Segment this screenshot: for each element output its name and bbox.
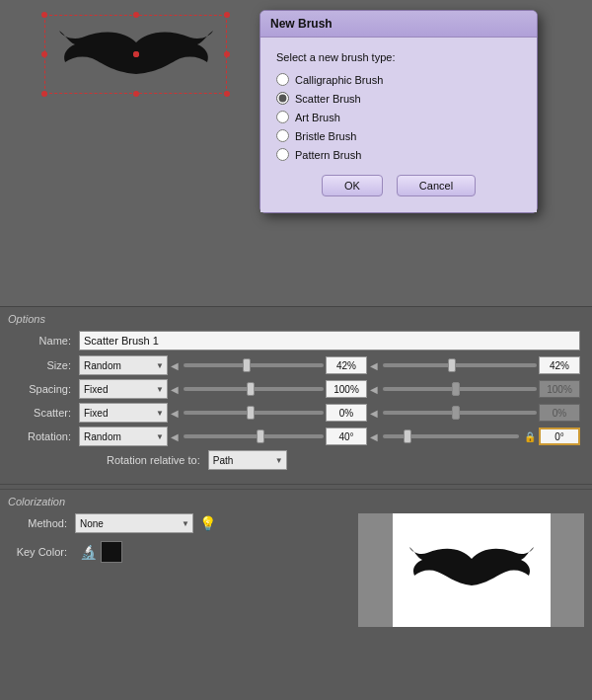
spacing-arrow[interactable]: ◀ xyxy=(168,382,182,396)
radio-pattern-input[interactable] xyxy=(276,148,289,161)
scatter-value1[interactable]: 0% xyxy=(326,404,367,422)
radio-art-input[interactable] xyxy=(276,111,289,123)
handle-bm[interactable] xyxy=(133,91,139,97)
handle-ml[interactable] xyxy=(41,51,47,57)
rotation-slider2: 🔒 0° xyxy=(381,428,580,445)
radio-scatter-label: Scatter Brush xyxy=(295,93,361,105)
radio-bristle-label: Bristle Brush xyxy=(295,130,356,142)
size-slider1: ◀ 42% xyxy=(168,356,367,374)
size-between-arrow[interactable]: ◀ xyxy=(367,358,381,372)
size-track2[interactable] xyxy=(383,363,537,367)
radio-scatter-input[interactable] xyxy=(276,92,289,105)
size-thumb1[interactable] xyxy=(243,358,251,372)
spacing-between-arrow[interactable]: ◀ xyxy=(367,382,381,396)
scatter-arrow[interactable]: ◀ xyxy=(168,406,182,420)
scatter-track1[interactable] xyxy=(184,411,324,415)
scatter-row: Scatter: Fixed ◀ 0% ◀ 0% xyxy=(8,403,584,423)
bat-svg xyxy=(57,23,215,87)
spacing-thumb2 xyxy=(452,382,460,396)
rotation-slider1: ◀ 40° xyxy=(168,428,367,445)
rotation-dropdown[interactable]: Random xyxy=(79,427,168,446)
eyedropper-icon[interactable]: 🔬 xyxy=(79,543,97,561)
spacing-dropdown-wrapper: Fixed xyxy=(79,379,168,399)
spacing-track1[interactable] xyxy=(184,387,324,391)
dialog-body: Select a new brush type: Calligraphic Br… xyxy=(260,38,537,212)
path-dropdown-wrapper: Path Page xyxy=(208,450,287,470)
colorization-inner: Method: None Tints Tints and Shades Hue … xyxy=(8,513,584,627)
scatter-track2 xyxy=(383,411,537,415)
handle-tl[interactable] xyxy=(41,12,47,18)
name-label: Name: xyxy=(12,335,79,347)
radio-calligraphic[interactable]: Calligraphic Brush xyxy=(276,73,521,86)
colorization-info-icon[interactable]: 💡 xyxy=(199,515,216,531)
key-color-swatch[interactable] xyxy=(101,541,122,563)
size-thumb2[interactable] xyxy=(448,358,456,372)
spacing-track2 xyxy=(383,387,537,391)
preview-area xyxy=(393,513,551,627)
rotation-relative-row: Rotation relative to: Path Page xyxy=(8,450,584,470)
method-dropdown-wrapper: None Tints Tints and Shades Hue Shift xyxy=(75,513,193,533)
size-value2[interactable]: 42% xyxy=(539,356,580,374)
size-label: Size: xyxy=(12,359,79,371)
size-slider-left-arrow[interactable]: ◀ xyxy=(168,358,182,372)
rotation-value2[interactable]: 0° xyxy=(539,428,580,445)
radio-art-label: Art Brush xyxy=(295,112,340,123)
radio-bristle[interactable]: Bristle Brush xyxy=(276,129,521,142)
ok-button[interactable]: OK xyxy=(322,175,383,196)
colorization-right xyxy=(358,513,584,627)
radio-calligraphic-input[interactable] xyxy=(276,73,289,86)
spacing-slider1: ◀ 100% xyxy=(168,380,367,398)
new-brush-dialog: New Brush Select a new brush type: Calli… xyxy=(259,10,538,213)
size-dropdown-wrapper: Random xyxy=(79,355,168,375)
rotation-value1[interactable]: 40° xyxy=(326,428,367,445)
rotation-arrow[interactable]: ◀ xyxy=(168,429,182,443)
handle-mr[interactable] xyxy=(224,51,230,57)
handle-tm[interactable] xyxy=(133,12,139,18)
scatter-label: Scatter: xyxy=(12,407,79,419)
rotation-track1[interactable] xyxy=(184,434,324,438)
scatter-value2: 0% xyxy=(539,404,580,422)
bottom-panel: Options Name: Size: Random ◀ 42% ◀ xyxy=(0,306,592,700)
radio-scatter[interactable]: Scatter Brush xyxy=(276,92,521,105)
size-value1[interactable]: 42% xyxy=(326,356,367,374)
rotation-thumb2[interactable] xyxy=(404,429,411,443)
scatter-between-arrow[interactable]: ◀ xyxy=(367,406,381,420)
handle-tr[interactable] xyxy=(224,12,230,18)
spacing-thumb1[interactable] xyxy=(247,382,255,396)
lock-icon: 🔒 xyxy=(524,431,536,442)
radio-art[interactable]: Art Brush xyxy=(276,111,521,123)
key-color-row: Key Color: 🔬 xyxy=(8,541,358,563)
handle-br[interactable] xyxy=(224,91,230,97)
spacing-dropdown[interactable]: Fixed xyxy=(79,379,168,399)
cancel-button[interactable]: Cancel xyxy=(397,175,476,196)
radio-calligraphic-label: Calligraphic Brush xyxy=(295,74,383,86)
options-section-label: Options xyxy=(8,313,584,325)
handle-bl[interactable] xyxy=(41,91,47,97)
radio-bristle-input[interactable] xyxy=(276,129,289,142)
rotation-between-arrow[interactable]: ◀ xyxy=(367,429,381,443)
method-dropdown[interactable]: None Tints Tints and Shades Hue Shift xyxy=(75,513,193,533)
size-track1[interactable] xyxy=(184,363,324,367)
scatter-dropdown-wrapper: Fixed xyxy=(79,403,168,423)
options-section: Options Name: Size: Random ◀ 42% ◀ xyxy=(0,307,592,480)
rotation-relative-label: Rotation relative to: xyxy=(107,454,200,466)
name-row: Name: xyxy=(8,331,584,350)
colorization-section: Colorization Method: None Tints Tints an… xyxy=(0,489,592,631)
scatter-thumb1[interactable] xyxy=(247,406,255,420)
spacing-value1[interactable]: 100% xyxy=(326,380,367,398)
radio-pattern-label: Pattern Brush xyxy=(295,149,361,161)
rotation-row: Rotation: Random ◀ 40° ◀ 🔒 0° xyxy=(8,427,584,446)
spacing-value2: 100% xyxy=(539,380,580,398)
preview-bat-path xyxy=(409,547,534,585)
rotation-track2[interactable] xyxy=(383,434,519,438)
radio-pattern[interactable]: Pattern Brush xyxy=(276,148,521,161)
scatter-thumb2 xyxy=(452,406,460,420)
rotation-relative-select[interactable]: Path Page xyxy=(208,450,287,470)
name-input[interactable] xyxy=(79,331,580,350)
scatter-dropdown[interactable]: Fixed xyxy=(79,403,168,423)
rotation-thumb1[interactable] xyxy=(257,429,264,443)
spacing-row: Spacing: Fixed ◀ 100% ◀ 100% xyxy=(8,379,584,399)
size-dropdown[interactable]: Random xyxy=(79,355,168,375)
scatter-slider2: 0% xyxy=(381,404,580,422)
rotation-dropdown-wrapper: Random xyxy=(79,427,168,446)
